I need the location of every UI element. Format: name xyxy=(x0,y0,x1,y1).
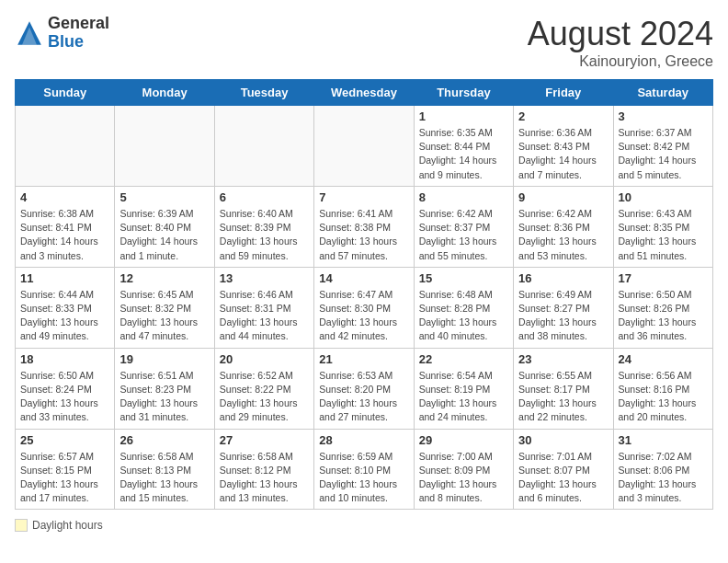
day-info: Sunrise: 6:38 AMSunset: 8:41 PMDaylight:… xyxy=(20,207,109,263)
day-number: 31 xyxy=(619,433,708,447)
legend-color-daylight xyxy=(15,519,28,532)
logo-general: General xyxy=(48,15,109,33)
calendar-cell: 26Sunrise: 6:58 AMSunset: 8:13 PMDayligh… xyxy=(115,429,214,510)
calendar-cell: 17Sunrise: 6:50 AMSunset: 8:26 PMDayligh… xyxy=(613,267,712,348)
day-info: Sunrise: 6:51 AMSunset: 8:23 PMDaylight:… xyxy=(119,369,209,425)
day-number: 3 xyxy=(619,109,708,123)
calendar-cell: 18Sunrise: 6:50 AMSunset: 8:24 PMDayligh… xyxy=(16,348,115,429)
day-number: 30 xyxy=(518,433,608,447)
day-number: 17 xyxy=(619,271,708,285)
calendar-cell: 30Sunrise: 7:01 AMSunset: 8:07 PMDayligh… xyxy=(514,429,613,510)
day-info: Sunrise: 6:57 AMSunset: 8:15 PMDaylight:… xyxy=(20,450,109,506)
day-number: 24 xyxy=(619,352,708,366)
day-number: 28 xyxy=(319,433,408,447)
day-number: 15 xyxy=(419,271,508,285)
day-info: Sunrise: 6:45 AMSunset: 8:32 PMDaylight:… xyxy=(119,288,209,344)
calendar-week-3: 11Sunrise: 6:44 AMSunset: 8:33 PMDayligh… xyxy=(16,267,713,348)
calendar-cell: 23Sunrise: 6:55 AMSunset: 8:17 PMDayligh… xyxy=(514,348,613,429)
day-info: Sunrise: 6:54 AMSunset: 8:19 PMDaylight:… xyxy=(419,369,508,425)
dow-header-wednesday: Wednesday xyxy=(314,80,414,106)
day-info: Sunrise: 6:44 AMSunset: 8:33 PMDaylight:… xyxy=(20,288,109,344)
day-number: 21 xyxy=(319,352,408,366)
calendar-cell: 15Sunrise: 6:48 AMSunset: 8:28 PMDayligh… xyxy=(414,267,513,348)
calendar-week-4: 18Sunrise: 6:50 AMSunset: 8:24 PMDayligh… xyxy=(16,348,713,429)
calendar-cell: 7Sunrise: 6:41 AMSunset: 8:38 PMDaylight… xyxy=(314,186,414,267)
dow-header-monday: Monday xyxy=(115,80,214,106)
calendar-cell xyxy=(214,106,313,187)
calendar-cell: 3Sunrise: 6:37 AMSunset: 8:42 PMDaylight… xyxy=(613,106,712,187)
day-info: Sunrise: 6:47 AMSunset: 8:30 PMDaylight:… xyxy=(319,288,408,344)
location-subtitle: Kainouryion, Greece xyxy=(528,53,713,70)
day-of-week-header-row: SundayMondayTuesdayWednesdayThursdayFrid… xyxy=(16,80,713,106)
calendar-cell: 25Sunrise: 6:57 AMSunset: 8:15 PMDayligh… xyxy=(16,429,115,510)
calendar-cell: 8Sunrise: 6:42 AMSunset: 8:37 PMDaylight… xyxy=(414,186,513,267)
calendar-cell: 11Sunrise: 6:44 AMSunset: 8:33 PMDayligh… xyxy=(16,267,115,348)
day-info: Sunrise: 6:37 AMSunset: 8:42 PMDaylight:… xyxy=(619,126,708,182)
day-number: 25 xyxy=(20,433,109,447)
calendar-cell: 16Sunrise: 6:49 AMSunset: 8:27 PMDayligh… xyxy=(514,267,613,348)
calendar-cell: 22Sunrise: 6:54 AMSunset: 8:19 PMDayligh… xyxy=(414,348,513,429)
dow-header-sunday: Sunday xyxy=(16,80,115,106)
legend-label-daylight: Daylight hours xyxy=(32,519,103,532)
calendar-cell xyxy=(115,106,214,187)
page-header: General Blue August 2024 Kainouryion, Gr… xyxy=(15,15,713,70)
day-info: Sunrise: 6:35 AMSunset: 8:44 PMDaylight:… xyxy=(419,126,508,182)
day-number: 5 xyxy=(119,190,209,204)
day-info: Sunrise: 6:49 AMSunset: 8:27 PMDaylight:… xyxy=(518,288,608,344)
calendar-cell: 24Sunrise: 6:56 AMSunset: 8:16 PMDayligh… xyxy=(613,348,712,429)
day-number: 4 xyxy=(20,190,109,204)
calendar-cell: 13Sunrise: 6:46 AMSunset: 8:31 PMDayligh… xyxy=(214,267,313,348)
calendar-cell: 14Sunrise: 6:47 AMSunset: 8:30 PMDayligh… xyxy=(314,267,414,348)
day-number: 2 xyxy=(518,109,608,123)
calendar-cell: 1Sunrise: 6:35 AMSunset: 8:44 PMDaylight… xyxy=(414,106,513,187)
day-number: 23 xyxy=(518,352,608,366)
calendar-cell: 2Sunrise: 6:36 AMSunset: 8:43 PMDaylight… xyxy=(514,106,613,187)
calendar-cell: 19Sunrise: 6:51 AMSunset: 8:23 PMDayligh… xyxy=(115,348,214,429)
logo-blue: Blue xyxy=(48,33,109,52)
day-info: Sunrise: 7:00 AMSunset: 8:09 PMDaylight:… xyxy=(419,450,508,506)
day-info: Sunrise: 6:52 AMSunset: 8:22 PMDaylight:… xyxy=(220,369,309,425)
day-number: 8 xyxy=(419,190,508,204)
day-number: 18 xyxy=(20,352,109,366)
calendar-week-5: 25Sunrise: 6:57 AMSunset: 8:15 PMDayligh… xyxy=(16,429,713,510)
title-area: August 2024 Kainouryion, Greece xyxy=(528,15,713,70)
calendar-cell: 9Sunrise: 6:42 AMSunset: 8:36 PMDaylight… xyxy=(514,186,613,267)
day-number: 29 xyxy=(419,433,508,447)
day-number: 11 xyxy=(20,271,109,285)
calendar-cell xyxy=(16,106,115,187)
calendar-cell: 31Sunrise: 7:02 AMSunset: 8:06 PMDayligh… xyxy=(613,429,712,510)
dow-header-friday: Friday xyxy=(514,80,613,106)
calendar-cell xyxy=(314,106,414,187)
legend-item-daylight: Daylight hours xyxy=(15,519,103,532)
calendar-week-2: 4Sunrise: 6:38 AMSunset: 8:41 PMDaylight… xyxy=(16,186,713,267)
day-info: Sunrise: 6:50 AMSunset: 8:24 PMDaylight:… xyxy=(20,369,109,425)
day-number: 22 xyxy=(419,352,508,366)
day-number: 9 xyxy=(518,190,608,204)
calendar-cell: 27Sunrise: 6:58 AMSunset: 8:12 PMDayligh… xyxy=(214,429,313,510)
month-year-title: August 2024 xyxy=(528,15,713,53)
calendar-cell: 28Sunrise: 6:59 AMSunset: 8:10 PMDayligh… xyxy=(314,429,414,510)
logo-text: General Blue xyxy=(48,15,109,52)
day-info: Sunrise: 6:39 AMSunset: 8:40 PMDaylight:… xyxy=(119,207,209,263)
logo: General Blue xyxy=(15,15,109,52)
day-number: 26 xyxy=(119,433,209,447)
calendar-cell: 20Sunrise: 6:52 AMSunset: 8:22 PMDayligh… xyxy=(214,348,313,429)
day-info: Sunrise: 6:40 AMSunset: 8:39 PMDaylight:… xyxy=(220,207,309,263)
dow-header-thursday: Thursday xyxy=(414,80,513,106)
day-info: Sunrise: 6:42 AMSunset: 8:36 PMDaylight:… xyxy=(518,207,608,263)
day-number: 12 xyxy=(119,271,209,285)
day-number: 10 xyxy=(619,190,708,204)
day-info: Sunrise: 6:42 AMSunset: 8:37 PMDaylight:… xyxy=(419,207,508,263)
day-info: Sunrise: 6:48 AMSunset: 8:28 PMDaylight:… xyxy=(419,288,508,344)
dow-header-tuesday: Tuesday xyxy=(214,80,313,106)
calendar-cell: 5Sunrise: 6:39 AMSunset: 8:40 PMDaylight… xyxy=(115,186,214,267)
day-info: Sunrise: 7:02 AMSunset: 8:06 PMDaylight:… xyxy=(619,450,708,506)
day-number: 1 xyxy=(419,109,508,123)
day-number: 27 xyxy=(220,433,309,447)
day-info: Sunrise: 6:50 AMSunset: 8:26 PMDaylight:… xyxy=(619,288,708,344)
day-number: 16 xyxy=(518,271,608,285)
day-number: 7 xyxy=(319,190,408,204)
day-info: Sunrise: 6:41 AMSunset: 8:38 PMDaylight:… xyxy=(319,207,408,263)
day-info: Sunrise: 6:59 AMSunset: 8:10 PMDaylight:… xyxy=(319,450,408,506)
calendar-cell: 10Sunrise: 6:43 AMSunset: 8:35 PMDayligh… xyxy=(613,186,712,267)
